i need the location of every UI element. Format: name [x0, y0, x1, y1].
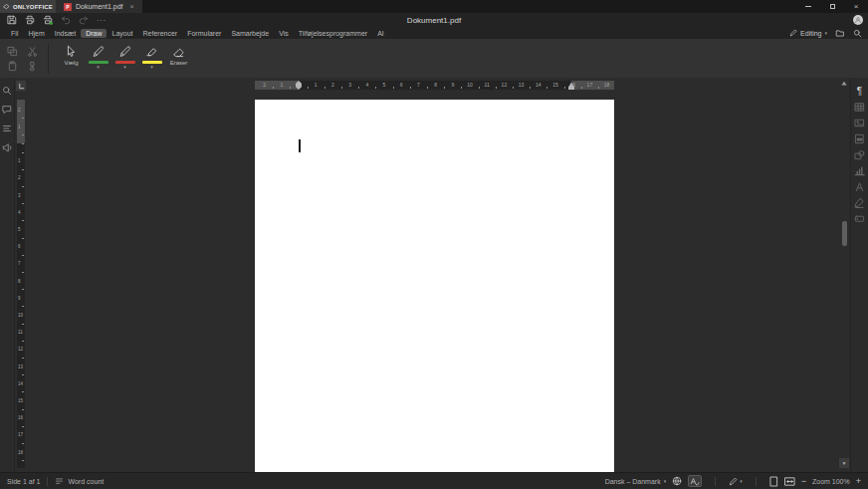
tab-layout[interactable]: Layout [107, 29, 137, 38]
horizontal-ruler-mark [290, 87, 291, 89]
vertical-ruler-mark [22, 143, 24, 144]
horizontal-ruler-mark: 1 [315, 82, 318, 89]
spell-check-toggle[interactable] [688, 475, 702, 487]
pen-red-tool[interactable]: ▾ [111, 44, 138, 70]
sidebar-navigation-button[interactable] [2, 123, 12, 133]
tab-referencer[interactable]: Referencer [138, 29, 183, 38]
language-selector[interactable]: Dansk – Danmark ▾ [605, 478, 667, 485]
tab-fil[interactable]: Fil [6, 29, 23, 38]
signature-settings-button[interactable] [853, 196, 866, 209]
customize-quick-access-button[interactable]: ··· [97, 17, 107, 24]
tab-vis[interactable]: Vis [274, 29, 294, 38]
search-button[interactable] [853, 29, 862, 38]
zoom-in-button[interactable]: + [856, 476, 861, 486]
word-count-button[interactable]: Word count [55, 477, 104, 486]
highlighter-tool[interactable]: ▾ [138, 44, 165, 70]
scrollbar-up-button[interactable] [840, 79, 848, 87]
vertical-ruler-mark [22, 220, 24, 221]
undo-button[interactable] [61, 15, 71, 25]
scrollbar-thumb[interactable] [842, 221, 847, 246]
horizontal-ruler-mark: 13 [519, 82, 525, 89]
zoom-level-indicator[interactable]: Zoom 100% [812, 478, 850, 485]
paragraph-settings-button[interactable]: ¶ [853, 85, 866, 98]
eraser-tool[interactable]: Eraser [165, 44, 192, 66]
sidebar-search-button[interactable] [2, 86, 12, 96]
tab-samarbejde[interactable]: Samarbejde [226, 29, 274, 38]
copy-style-button[interactable] [27, 61, 39, 73]
tab-tilfoejelsesprogrammer[interactable]: Tilføjelsesprogrammer [294, 29, 372, 38]
vertical-ruler-mark: 7 [18, 261, 21, 266]
fit-page-icon [769, 476, 778, 487]
sidebar-feedback-button[interactable] [2, 142, 12, 152]
cut-button[interactable] [27, 46, 39, 58]
fit-page-button[interactable] [769, 476, 778, 487]
user-icon [854, 16, 862, 24]
ink-tool-dropdown[interactable]: ▾ [729, 477, 743, 486]
highlighter-icon [145, 45, 158, 58]
horizontal-ruler-mark: 5 [383, 82, 386, 89]
vertical-ruler-mark [22, 289, 24, 290]
textart-settings-button[interactable] [853, 180, 866, 193]
horizontal-ruler-mark [564, 87, 565, 89]
tab-close-icon[interactable]: × [129, 3, 133, 10]
document-tab[interactable]: P Dokument1.pdf × [56, 0, 142, 13]
maximize-icon [830, 4, 835, 9]
pen-red-dropdown-icon[interactable]: ▾ [123, 64, 126, 70]
app-logo-label: ONLYOFFICE [13, 4, 53, 10]
pen-green-dropdown-icon[interactable]: ▾ [97, 64, 100, 70]
tab-hjem[interactable]: Hjem [23, 29, 49, 38]
horizontal-ruler-mark [530, 87, 531, 89]
tab-formularer[interactable]: Formularer [182, 29, 226, 38]
open-file-location-button[interactable] [835, 29, 845, 38]
sidebar-comments-button[interactable] [2, 105, 12, 115]
paste-button[interactable] [7, 61, 19, 73]
vertical-ruler-mark [22, 391, 24, 392]
chart-settings-button[interactable] [853, 164, 866, 177]
vertical-ruler-mark: 1 [18, 158, 21, 163]
print-button[interactable] [25, 15, 35, 25]
horizontal-ruler-mark: 8 [434, 82, 437, 89]
select-tool[interactable]: Vælg [58, 44, 85, 66]
user-avatar[interactable] [853, 15, 863, 25]
scrollbar-down-button[interactable]: ▼ [839, 458, 849, 468]
fit-width-icon [784, 476, 795, 487]
tab-stop-selector[interactable] [16, 81, 26, 91]
close-button[interactable]: × [844, 0, 868, 13]
tab-draw[interactable]: Draw [81, 29, 107, 38]
app-menu-button[interactable]: ONLYOFFICE [0, 0, 56, 13]
header-footer-settings-button[interactable] [853, 132, 866, 145]
spell-check-icon [690, 477, 700, 486]
horizontal-ruler-mark: 10 [467, 82, 473, 89]
horizontal-ruler-mark: 2 [331, 82, 334, 89]
table-settings-button[interactable] [853, 101, 866, 114]
form-settings-button[interactable] [853, 212, 866, 225]
tab-indsaet[interactable]: Indsæt [50, 29, 81, 38]
copy-button[interactable] [7, 46, 19, 58]
shape-settings-button[interactable] [853, 148, 866, 161]
horizontal-ruler-mark [375, 87, 376, 89]
triangle-up-icon [841, 81, 847, 86]
page-number-indicator[interactable]: Side 1 af 1 [7, 478, 40, 485]
document-language-button[interactable] [672, 476, 682, 486]
highlighter-dropdown-icon[interactable]: ▾ [150, 64, 153, 70]
save-button[interactable] [7, 15, 17, 25]
zoom-out-button[interactable]: − [801, 476, 806, 486]
horizontal-ruler-mark: 14 [536, 82, 542, 89]
image-settings-button[interactable] [853, 117, 866, 129]
tab-ai[interactable]: AI [372, 29, 389, 38]
maximize-button[interactable] [820, 0, 844, 13]
quick-print-button[interactable] [43, 15, 53, 25]
redo-button[interactable] [79, 15, 89, 25]
minimize-button[interactable] [796, 0, 820, 13]
pen-green-tool[interactable]: ▾ [85, 44, 111, 70]
chevron-down-icon: ▾ [824, 30, 827, 36]
pen-icon [92, 45, 105, 58]
vertical-ruler-mark: 13 [18, 364, 23, 368]
chart-icon [854, 165, 865, 176]
fit-width-button[interactable] [784, 476, 795, 487]
vertical-ruler-mark [22, 443, 24, 444]
format-painter-icon [27, 61, 38, 72]
document-page[interactable] [255, 100, 614, 472]
vertical-ruler-mark [22, 374, 24, 375]
editing-mode-dropdown[interactable]: Editing ▾ [789, 29, 827, 37]
